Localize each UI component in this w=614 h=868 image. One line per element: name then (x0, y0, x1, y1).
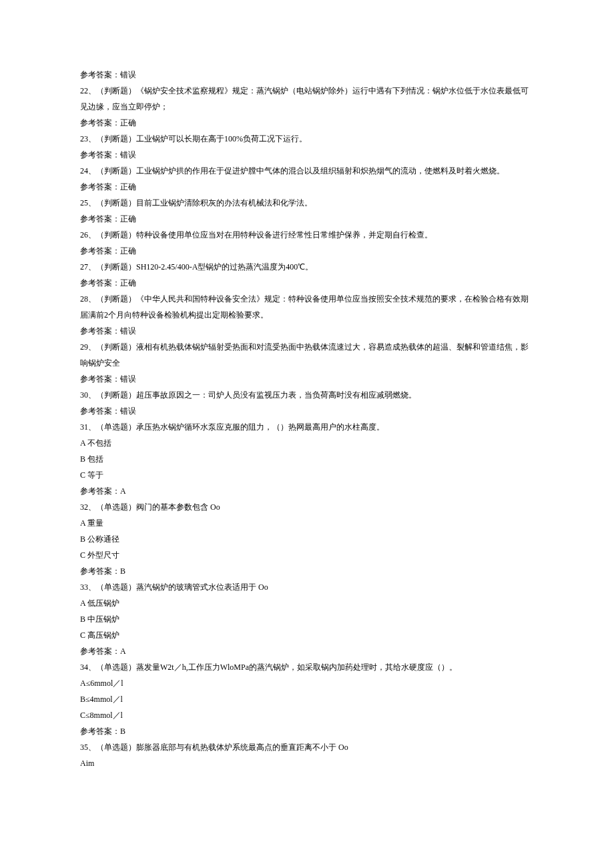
text-line: 23、（判断题）工业锅炉可以长期在高于100%负荷工况下运行。 (80, 131, 534, 147)
text-line: 30、（判断题）超压事故原因之一：司炉人员没有监视压力表，当负荷高时没有相应减弱… (80, 387, 534, 403)
text-line: 35、（单选题）膨胀器底部与有机热载体炉系统最高点的垂直距离不小于 Oo (80, 739, 534, 755)
text-line: 参考答案：B (80, 723, 534, 739)
text-line: C≤8mmol／l (80, 707, 534, 723)
text-line: 25、（判断题）目前工业锅炉清除积灰的办法有机械法和化学法。 (80, 195, 534, 211)
text-line: 参考答案：正确 (80, 179, 534, 195)
text-line: 28、（判断题）《中华人民共和国特种设备安全法》规定：特种设备使用单位应当按照安… (80, 291, 534, 323)
text-line: 27、（判断题）SH120-2.45/400-A型锅炉的过热蒸汽温度为400℃。 (80, 259, 534, 275)
text-line: 22、（判断题）《锅炉安全技术监察规程》规定：蒸汽锅炉（电站锅炉除外）运行中遇有… (80, 83, 534, 115)
text-line: C 外型尺寸 (80, 547, 534, 563)
text-line: A 重量 (80, 515, 534, 531)
text-line: A 低压锅炉 (80, 595, 534, 611)
text-line: 29、（判断题）液相有机热载体锅炉辐射受热面和对流受热面中热载体流速过大，容易造… (80, 339, 534, 371)
text-line: 26、（判断题）特种设备使用单位应当对在用特种设备进行经常性日常维护保养，并定期… (80, 227, 534, 243)
text-line: 32、（单选题）阀门的基本参数包含 Oo (80, 499, 534, 515)
text-line: 参考答案：错误 (80, 67, 534, 83)
text-line: 参考答案：错误 (80, 147, 534, 163)
text-line: A 不包括 (80, 435, 534, 451)
text-line: 24、（判断题）工业锅炉炉拱的作用在于促进炉膛中气体的混合以及组织辐射和炽热烟气… (80, 163, 534, 179)
text-line: C 高压锅炉 (80, 627, 534, 643)
text-line: 参考答案：B (80, 563, 534, 579)
text-line: C 等于 (80, 467, 534, 483)
text-line: 参考答案：正确 (80, 115, 534, 131)
text-line: 参考答案：正确 (80, 211, 534, 227)
text-line: 参考答案：A (80, 483, 534, 499)
text-line: B≤4mmol／l (80, 691, 534, 707)
text-line: B 公称通径 (80, 531, 534, 547)
text-line: 参考答案：正确 (80, 243, 534, 259)
text-line: B 包括 (80, 451, 534, 467)
text-line: 33、（单选题）蒸汽锅炉的玻璃管式水位表适用于 Oo (80, 579, 534, 595)
text-line: 34、（单选题）蒸发量W2t／h,工作压力WloMPa的蒸汽锅炉，如采取锅内加药… (80, 659, 534, 675)
document-content: 参考答案：错误 22、（判断题）《锅炉安全技术监察规程》规定：蒸汽锅炉（电站锅炉… (80, 67, 534, 771)
text-line: A≤6mmol／l (80, 675, 534, 691)
text-line: 参考答案：错误 (80, 371, 534, 387)
text-line: 31、（单选题）承压热水锅炉循环水泵应克服的阻力，（）热网最高用户的水柱高度。 (80, 419, 534, 435)
text-line: 参考答案：错误 (80, 403, 534, 419)
text-line: 参考答案：正确 (80, 275, 534, 291)
text-line: B 中压锅炉 (80, 611, 534, 627)
text-line: 参考答案：A (80, 643, 534, 659)
text-line: 参考答案：错误 (80, 323, 534, 339)
text-line: Aim (80, 755, 534, 771)
